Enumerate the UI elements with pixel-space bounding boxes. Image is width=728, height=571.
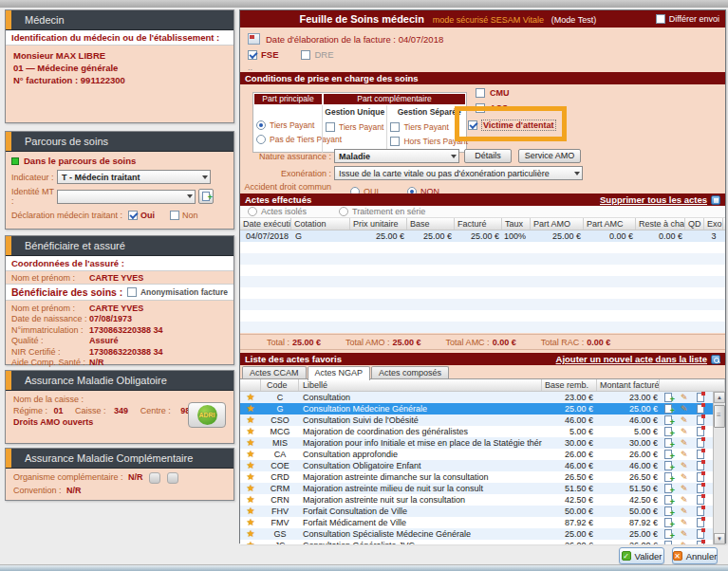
- remove-acte-icon[interactable]: [697, 529, 704, 539]
- edit-acte-icon[interactable]: [681, 484, 688, 493]
- gs-tiers-payant-checkbox[interactable]: [390, 122, 400, 132]
- acs-checkbox[interactable]: [476, 103, 485, 113]
- favorite-star-icon[interactable]: [247, 506, 255, 516]
- favorite-star-icon[interactable]: [247, 494, 255, 505]
- remove-acte-icon[interactable]: [697, 415, 704, 425]
- declaration-non-checkbox[interactable]: [170, 211, 179, 220]
- favorite-star-icon[interactable]: [247, 483, 255, 493]
- edit-acte-icon[interactable]: [681, 461, 688, 470]
- add-acte-icon[interactable]: [664, 438, 672, 448]
- edit-acte-icon[interactable]: [681, 472, 688, 482]
- add-acte-icon[interactable]: [664, 461, 672, 470]
- remove-acte-icon[interactable]: [697, 541, 704, 544]
- acte-effectue-row[interactable]: 04/07/2018 G 25.00 € 25.00 € 25.00 € 100…: [240, 230, 725, 242]
- declaration-oui-checkbox[interactable]: [128, 211, 138, 220]
- add-acte-icon[interactable]: [664, 518, 672, 527]
- fav-acte-row[interactable]: CRM Majoration astreinte milieu de nuit …: [240, 483, 713, 494]
- exoneration-select[interactable]: Issue de la carte vitale ou pas d'éxonér…: [334, 166, 583, 180]
- fav-acte-row[interactable]: CA Consultation approfondie 26.00 € 26.0…: [240, 449, 713, 460]
- favorite-star-icon[interactable]: [247, 517, 255, 527]
- fav-acte-row[interactable]: JC Consultation Généraliste JVC 26.00 € …: [240, 540, 713, 544]
- organisme-clear-button[interactable]: [167, 472, 178, 484]
- favorite-star-icon[interactable]: [247, 449, 255, 459]
- details-button[interactable]: Détails: [464, 149, 512, 163]
- edit-acte-icon[interactable]: [681, 541, 688, 544]
- add-medecin-traitant-button[interactable]: [198, 189, 214, 204]
- victime-attentat-checkbox[interactable]: [468, 120, 477, 130]
- remove-acte-icon[interactable]: [697, 518, 704, 527]
- edit-acte-icon[interactable]: [681, 518, 688, 527]
- edit-acte-icon[interactable]: [681, 415, 688, 425]
- favorite-star-icon[interactable]: [247, 437, 255, 448]
- favorite-star-icon[interactable]: [247, 414, 255, 425]
- favorite-star-icon[interactable]: [247, 426, 255, 436]
- pas-tiers-payant-radio[interactable]: [256, 135, 266, 144]
- favorite-star-icon[interactable]: [247, 471, 255, 482]
- fav-acte-row[interactable]: MIS Majoration pour info Initiale et mis…: [240, 437, 713, 449]
- valider-button[interactable]: Valider: [619, 547, 664, 564]
- tiers-payant-radio[interactable]: [256, 120, 266, 130]
- remove-acte-icon[interactable]: [697, 404, 704, 414]
- favoris-scrollbar[interactable]: ▲ ▼: [713, 392, 725, 544]
- supprimer-tous-actes-link[interactable]: Supprimer tous les actes: [600, 193, 720, 206]
- service-amo-button[interactable]: Service AMO: [518, 149, 581, 163]
- fav-acte-row[interactable]: CRN Majoration astreinte nuit sur la con…: [240, 494, 713, 506]
- edit-acte-icon[interactable]: [681, 529, 688, 539]
- gs-hors-tiers-payant-checkbox[interactable]: [390, 137, 400, 146]
- gu-tiers-payant-checkbox[interactable]: [326, 122, 335, 132]
- fav-acte-row[interactable]: GS Consultation Spécialiste Médecine Gén…: [240, 528, 713, 540]
- remove-acte-icon[interactable]: [697, 427, 704, 436]
- fav-acte-row[interactable]: CRD Majoration astreinte dimanche sur la…: [240, 471, 713, 483]
- edit-acte-icon[interactable]: [681, 404, 688, 414]
- tab-actes-composes[interactable]: Actes composés: [371, 366, 449, 378]
- favorite-star-icon[interactable]: [247, 392, 255, 402]
- scroll-down-icon[interactable]: ▼: [714, 533, 725, 544]
- edit-acte-icon[interactable]: [681, 495, 688, 505]
- edit-acte-icon[interactable]: [681, 393, 688, 402]
- remove-acte-icon[interactable]: [697, 450, 704, 459]
- nature-assurance-select[interactable]: Maladie: [334, 149, 459, 163]
- identite-mt-select[interactable]: [57, 190, 196, 204]
- fav-acte-row[interactable]: COE Consultation Obligatoire Enfant 46.0…: [240, 460, 713, 471]
- actes-isoles-radio[interactable]: [248, 207, 257, 216]
- tab-actes-ccam[interactable]: Actes CCAM: [242, 366, 307, 378]
- fav-acte-row[interactable]: G Consultation Médecine Générale 25.00 €…: [240, 403, 713, 414]
- fav-acte-row[interactable]: FHV Forfait Consultation de Ville 50.00 …: [240, 506, 713, 517]
- remove-acte-icon[interactable]: [697, 393, 704, 402]
- scrollbar-thumb[interactable]: [714, 405, 725, 428]
- remove-acte-icon[interactable]: [697, 461, 704, 470]
- remove-acte-icon[interactable]: [697, 472, 704, 482]
- remove-acte-icon[interactable]: [697, 495, 704, 505]
- fav-acte-row[interactable]: C Consultation 23.00 € 23.00 €: [240, 392, 713, 403]
- date-icon[interactable]: [248, 33, 260, 45]
- add-acte-icon[interactable]: [664, 404, 672, 414]
- add-acte-icon[interactable]: [664, 450, 672, 459]
- fav-acte-row[interactable]: FMV Forfait Médicament de Ville 87.92 € …: [240, 517, 713, 528]
- remove-acte-icon[interactable]: [697, 438, 704, 448]
- add-acte-icon[interactable]: [664, 415, 672, 425]
- indicateur-select[interactable]: T - Médecin traitant: [57, 170, 211, 184]
- tab-actes-ngap[interactable]: Actes NGAP: [308, 366, 371, 380]
- fav-acte-row[interactable]: MCG Majoration de coordination des génér…: [240, 426, 713, 437]
- add-acte-icon[interactable]: [664, 472, 672, 482]
- differer-envoi-checkbox[interactable]: [656, 14, 665, 24]
- favorite-star-icon[interactable]: [247, 403, 255, 414]
- add-acte-icon[interactable]: [664, 541, 672, 544]
- remove-acte-icon[interactable]: [697, 484, 704, 493]
- favorite-star-icon[interactable]: [247, 528, 255, 539]
- organisme-search-button[interactable]: [149, 472, 160, 484]
- favorite-star-icon[interactable]: [247, 460, 255, 470]
- ajouter-acte-link[interactable]: Ajouter un nouvel acte dans la liste: [556, 353, 720, 365]
- add-acte-icon[interactable]: [664, 393, 672, 402]
- add-acte-icon[interactable]: [664, 507, 672, 516]
- edit-acte-icon[interactable]: [681, 438, 688, 448]
- adri-button[interactable]: ADRI: [188, 402, 226, 428]
- dre-checkbox[interactable]: [301, 50, 310, 60]
- add-acte-icon[interactable]: [664, 484, 672, 493]
- traitement-serie-radio[interactable]: [339, 207, 348, 216]
- scroll-up-icon[interactable]: ▲: [714, 392, 725, 403]
- fse-checkbox[interactable]: [248, 50, 257, 60]
- add-acte-icon[interactable]: [664, 495, 672, 505]
- remove-acte-icon[interactable]: [697, 507, 704, 516]
- fav-acte-row[interactable]: CSO Consultation Suivi de l'Obésité 46.0…: [240, 414, 713, 426]
